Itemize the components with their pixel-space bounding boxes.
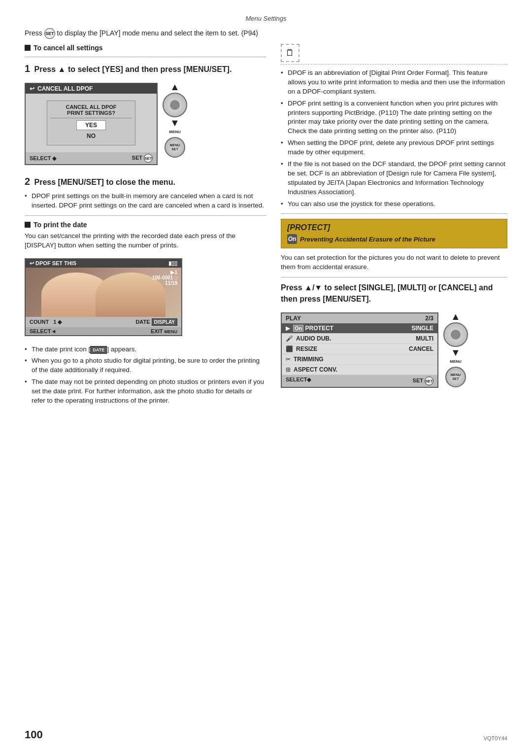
play-row-label-trimming: TRIMMING	[294, 356, 404, 363]
step2-heading: 2 Press [MENU/SET] to close the menu.	[25, 175, 266, 188]
step2-bullets: DPOF print settings on the built-in memo…	[25, 192, 266, 210]
page-header: Menu Settings	[25, 15, 507, 22]
press-heading: Press ▲/▼ to select [SINGLE], [MULTI] or…	[281, 282, 507, 305]
date-display-label: DATE DISPLAY	[135, 318, 177, 326]
play-row-audio: 🎤 AUDIO DUB. MULTI	[282, 334, 437, 344]
right-info-bullets: DPOF is an abbreviation of [Digital Prin…	[281, 69, 507, 208]
exit-right: EXIT MENU	[151, 328, 177, 334]
select-left: SELECT◄	[30, 328, 56, 334]
protect-text: You can set protection for the pictures …	[281, 253, 507, 272]
step2-bullet-1: DPOF print settings on the built-in memo…	[25, 192, 266, 210]
set-button-icon: SET	[44, 28, 55, 39]
play-row-value-protect: SINGLE	[404, 325, 433, 332]
yes-option: YES	[76, 120, 106, 130]
joystick-area: ▲ ▼ MENU MENUSET	[163, 81, 187, 158]
play-set-icon: SET	[425, 377, 433, 385]
protect-title: [PROTECT]	[287, 223, 501, 232]
no-option: NO	[76, 132, 106, 140]
play-row-value-resize: CANCEL	[404, 345, 433, 352]
battery-icon: ▮▯▯	[168, 260, 177, 267]
play-row-label-protect: On PROTECT	[293, 325, 404, 332]
date-bullet-3: The date may not be printed depending on…	[25, 378, 266, 406]
arrow-up-icon: ▲	[170, 81, 180, 93]
protect-icon: On	[287, 234, 297, 244]
protect-subtitle: On Preventing Accidental Erasure of the …	[287, 234, 501, 244]
left-column: To cancel all settings 1 Press ▲ to sele…	[25, 44, 266, 408]
play-row-label-resize: RESIZE	[296, 345, 404, 352]
protect-box: [PROTECT] On Preventing Accidental Erasu…	[281, 219, 507, 248]
play-row-icon-audio: 🎤	[286, 335, 293, 342]
date-bullet-2: When you go to a photo studio for digita…	[25, 356, 266, 375]
play-row-label-audio: AUDIO DUB.	[296, 335, 404, 342]
play-bottom-bar: SELECT◆ SET SET	[282, 375, 437, 387]
menu-set-button: MENUSET	[165, 137, 185, 158]
arrow-up-icon-2: ▲	[451, 311, 461, 322]
info-bullet-4: If the file is not based on the DCF stan…	[281, 160, 507, 197]
joystick-2	[443, 322, 468, 347]
play-row-icon-protect: ▶	[286, 325, 290, 332]
play-row-trimming: ✂ TRIMMING	[282, 354, 437, 365]
print-date-heading: To print the date	[25, 221, 266, 229]
dpof-label: ↩ DPOF SET THIS	[30, 260, 76, 267]
play-screen: PLAY 2/3 ▶ On PROTECT SINGLE 🎤 AUDIO DUB…	[281, 312, 438, 388]
photo-screen: ↩ DPOF SET THIS ▮▯▯ ▶1 100-0001 □ 11/19	[25, 258, 182, 336]
set-icon: SET	[144, 154, 153, 163]
joystick	[163, 93, 187, 117]
page-number: 100	[25, 728, 43, 741]
step1-screen: ↩ CANCEL ALL DPOF CANCEL ALL DPOFPRINT S…	[25, 79, 158, 170]
count-label: COUNT 1 ◆	[30, 319, 62, 325]
print-date-bullets: The date print icon [DATE] appears. When…	[25, 345, 266, 406]
play-row-resize: ⬛ RESIZE CANCEL	[282, 344, 437, 354]
photo-area: ▶1 100-0001 □ 11/19	[26, 268, 181, 317]
menu-set-button-2: MENUSET	[445, 367, 466, 387]
right-column: 🗒 DPOF is an abbreviation of [Digital Pr…	[281, 44, 507, 408]
step1-heading: 1 Press ▲ to select [YES] and then press…	[25, 62, 266, 75]
info-bullet-5: You can also use the joystick for these …	[281, 200, 507, 209]
play-row-aspect: ⊞ ASPECT CONV.	[282, 365, 437, 375]
date-bullet-1: The date print icon [DATE] appears.	[25, 345, 266, 354]
screen-bottom-bar: SELECT ◆ SET SET	[26, 152, 157, 164]
info-icon-box: 🗒	[281, 44, 299, 62]
play-row-icon-trimming: ✂	[286, 356, 291, 363]
play-row-icon-resize: ⬛	[286, 345, 293, 352]
page-container: Menu Settings Press SET to display the […	[0, 0, 532, 756]
cancel-section-heading: To cancel all settings	[25, 44, 266, 52]
play-row-label-aspect: ASPECT CONV.	[294, 366, 404, 373]
back-arrow: ↩	[30, 85, 34, 92]
info-bullet-1: DPOF is an abbreviation of [Digital Prin…	[281, 69, 507, 97]
play-row-value-audio: MULTI	[404, 335, 433, 342]
square-icon-2	[25, 222, 31, 228]
play-top-bar: PLAY 2/3	[282, 313, 437, 323]
screen-top-bar: ↩ CANCEL ALL DPOF	[26, 84, 157, 94]
menu-label: MENU	[169, 130, 181, 134]
info-bullet-2: DPOF print setting is a convenient funct…	[281, 99, 507, 137]
menu-label-2: MENU	[450, 359, 462, 364]
joystick-area-2: ▲ ▼ MENU MENUSET	[443, 311, 468, 387]
info-bullet-3: When setting the DPOF print, delete any …	[281, 138, 507, 157]
photo-counter: ▶1 100-0001 □ 11/19	[152, 270, 177, 286]
page-code: VQT0Y44	[484, 735, 507, 741]
play-row-protect: ▶ On PROTECT SINGLE	[282, 323, 437, 334]
dialog-box: CANCEL ALL DPOFPRINT SETTINGS? YES NO	[47, 101, 135, 145]
play-row-icon-aspect: ⊞	[286, 366, 291, 373]
arrow-down-icon-2: ▼	[451, 347, 461, 358]
intro-text: Press SET to display the [PLAY] mode men…	[25, 28, 507, 39]
print-date-text: You can set/cancel the printing with the…	[25, 232, 266, 250]
arrow-down-icon: ▼	[170, 117, 180, 129]
square-icon	[25, 45, 31, 51]
main-columns: To cancel all settings 1 Press ▲ to sele…	[25, 44, 507, 408]
